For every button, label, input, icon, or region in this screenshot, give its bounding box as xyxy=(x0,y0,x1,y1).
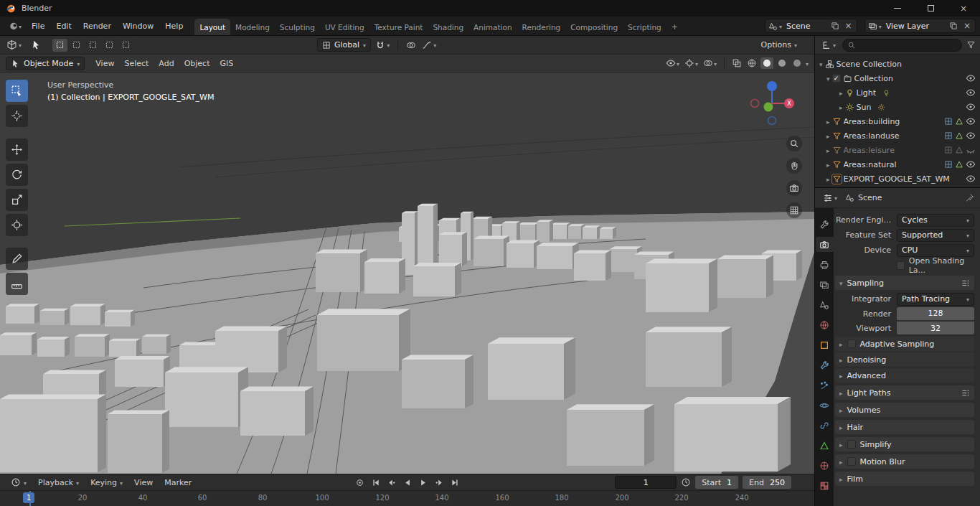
outliner-row-areas-building[interactable]: Areas:building xyxy=(815,114,980,128)
proportional-falloff-button[interactable] xyxy=(420,40,438,50)
light-paths-panel-header[interactable]: Light Paths xyxy=(835,385,974,400)
sampling-panel-header[interactable]: Sampling xyxy=(835,276,974,290)
zoom-icon[interactable] xyxy=(786,136,802,151)
viewport-samples-field[interactable]: 32 xyxy=(897,322,974,334)
hair-panel-header[interactable]: Hair xyxy=(835,420,974,434)
tab-modeling[interactable]: Modeling xyxy=(230,19,275,35)
expand-icon[interactable] xyxy=(826,174,830,184)
film-panel-header[interactable]: Film xyxy=(835,472,974,486)
tab-uv-editing[interactable]: UV Editing xyxy=(320,19,369,35)
snap-toggle-button[interactable] xyxy=(374,40,391,50)
advanced-panel-header[interactable]: Advanced xyxy=(835,368,974,383)
toggle-xray-button[interactable] xyxy=(730,57,743,69)
outliner-row-scene-collection[interactable]: Scene Collection xyxy=(815,57,980,71)
minimize-button[interactable] xyxy=(881,0,914,17)
tab-physics-icon[interactable] xyxy=(816,398,834,413)
shading-rendered-button[interactable] xyxy=(791,57,804,69)
menu-select[interactable]: Select xyxy=(119,59,154,68)
tab-texture-paint[interactable]: Texture Paint xyxy=(369,19,428,35)
expand-icon[interactable] xyxy=(826,146,830,155)
tool-annotate-button[interactable] xyxy=(6,248,28,270)
device-dropdown[interactable]: CPU xyxy=(897,244,974,257)
gizmo-z-axis[interactable] xyxy=(767,81,777,91)
menu-timeline-view[interactable]: View xyxy=(129,478,158,487)
pin-icon[interactable] xyxy=(965,193,974,202)
next-keyframe-button[interactable] xyxy=(432,477,446,489)
range-clock-icon[interactable] xyxy=(681,477,691,487)
overlays-dropdown[interactable] xyxy=(702,57,718,69)
scene-name-field[interactable]: Scene xyxy=(785,22,826,31)
current-frame-field[interactable]: 1 xyxy=(615,476,677,489)
simplify-checkbox[interactable] xyxy=(847,440,856,449)
ortho-toggle-icon[interactable] xyxy=(786,202,802,218)
options-dropdown[interactable]: Options xyxy=(761,40,810,50)
menu-marker[interactable]: Marker xyxy=(159,478,197,487)
tab-sculpting[interactable]: Sculpting xyxy=(275,19,320,35)
tab-tool-icon[interactable] xyxy=(816,217,834,232)
shading-options-caret[interactable] xyxy=(806,59,809,68)
gizmo-y-axis[interactable] xyxy=(764,103,773,112)
expand-icon[interactable] xyxy=(826,131,830,141)
outliner-row-sun[interactable]: Sun xyxy=(815,100,980,114)
light-paths-presets-icon[interactable] xyxy=(961,388,970,398)
tab-scripting[interactable]: Scripting xyxy=(623,19,666,35)
tab-object-data-icon[interactable] xyxy=(816,438,834,453)
outliner-filter-button[interactable] xyxy=(966,40,976,50)
timeline-editor-type-button[interactable] xyxy=(6,477,32,487)
camera-view-icon[interactable] xyxy=(786,180,802,196)
tab-layout[interactable]: Layout xyxy=(194,19,230,35)
previous-keyframe-button[interactable] xyxy=(385,477,399,489)
tab-constraints-icon[interactable] xyxy=(816,418,834,433)
tool-measure-button[interactable] xyxy=(6,273,28,295)
select-mode-extend-button[interactable] xyxy=(69,39,84,52)
menu-object[interactable]: Object xyxy=(179,59,215,68)
menu-gis[interactable]: GIS xyxy=(215,59,238,68)
expand-icon[interactable] xyxy=(839,103,843,112)
properties-editor-type-button[interactable] xyxy=(821,192,839,205)
menu-help[interactable]: Help xyxy=(159,22,189,31)
outliner-row-export-google-sat[interactable]: EXPORT_GOOGLE_SAT_WM xyxy=(815,172,980,186)
volumes-panel-header[interactable]: Volumes xyxy=(835,403,974,417)
unlink-scene-button[interactable] xyxy=(844,21,854,31)
hide-eye-closed-icon[interactable] xyxy=(966,145,976,155)
gizmo-neg-z-axis[interactable] xyxy=(768,117,776,125)
integrator-dropdown[interactable]: Path Tracing xyxy=(897,293,974,306)
tab-render-icon[interactable] xyxy=(816,237,834,252)
feature-set-dropdown[interactable]: Supported xyxy=(897,229,974,242)
jump-to-end-button[interactable] xyxy=(448,477,462,489)
jump-to-start-button[interactable] xyxy=(369,477,383,489)
expand-icon[interactable] xyxy=(826,74,830,83)
shading-material-button[interactable] xyxy=(776,57,788,69)
tab-compositing[interactable]: Compositing xyxy=(565,19,623,35)
tab-modifiers-icon[interactable] xyxy=(816,357,834,373)
3d-viewport[interactable]: User Perspective (1) Collection | EXPORT… xyxy=(0,72,814,474)
tab-particles-icon[interactable] xyxy=(816,378,834,393)
tab-world-icon[interactable] xyxy=(816,317,834,332)
menu-add[interactable]: Add xyxy=(154,59,179,68)
tab-texture-icon[interactable] xyxy=(816,478,834,493)
playhead[interactable]: 1 xyxy=(29,491,31,506)
denoising-panel-header[interactable]: Denoising xyxy=(835,352,974,367)
menu-edit[interactable]: Edit xyxy=(50,22,77,31)
play-reverse-button[interactable] xyxy=(400,477,415,489)
select-mode-intersect-button[interactable] xyxy=(118,39,133,52)
hide-eye-icon[interactable] xyxy=(966,131,976,141)
proportional-editing-button[interactable] xyxy=(405,40,418,50)
scene-type-icon[interactable] xyxy=(768,22,782,31)
expand-icon[interactable] xyxy=(826,160,830,169)
tab-output-icon[interactable] xyxy=(816,257,834,272)
hide-eye-icon[interactable] xyxy=(966,174,976,184)
hide-eye-icon[interactable] xyxy=(966,102,976,112)
outliner-row-light[interactable]: Light xyxy=(815,85,980,100)
outliner-row-collection[interactable]: ✓ Collection xyxy=(815,71,980,85)
adaptive-sampling-checkbox[interactable] xyxy=(847,339,856,348)
tab-view-layer-icon[interactable] xyxy=(816,277,834,292)
simplify-panel-header[interactable]: Simplify xyxy=(835,437,974,451)
open-shading-language-checkbox[interactable] xyxy=(897,261,905,270)
menu-view[interactable]: View xyxy=(90,59,119,68)
play-button[interactable] xyxy=(416,477,430,489)
shading-solid-button[interactable] xyxy=(760,57,773,69)
mode-dropdown[interactable]: Object Mode xyxy=(6,57,85,70)
tab-rendering[interactable]: Rendering xyxy=(517,19,566,35)
select-mode-subtract-button[interactable] xyxy=(85,39,100,52)
